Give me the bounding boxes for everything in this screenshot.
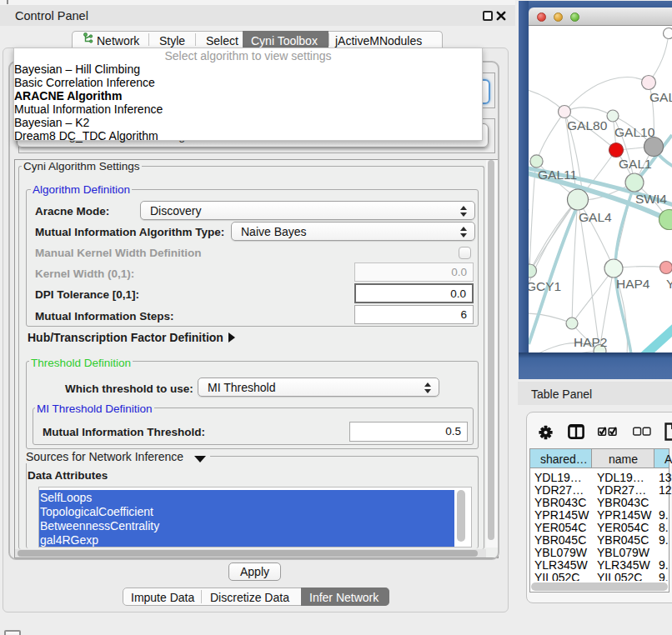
svg-text:GAL80: GAL80 [567, 118, 608, 132]
svg-text:GAL10: GAL10 [614, 125, 655, 139]
svg-text:GAL11: GAL11 [538, 168, 577, 182]
svg-text:HAP4: HAP4 [616, 277, 650, 291]
svg-text:GAL7: GAL7 [649, 90, 672, 104]
svg-text:GAL4: GAL4 [579, 210, 612, 224]
svg-text:GAL1: GAL1 [619, 157, 652, 171]
svg-text:GCY1: GCY1 [529, 279, 561, 293]
svg-text:Y: Y [666, 277, 672, 291]
svg-text:HAP2: HAP2 [574, 335, 608, 349]
svg-text:SWI4: SWI4 [635, 192, 667, 206]
